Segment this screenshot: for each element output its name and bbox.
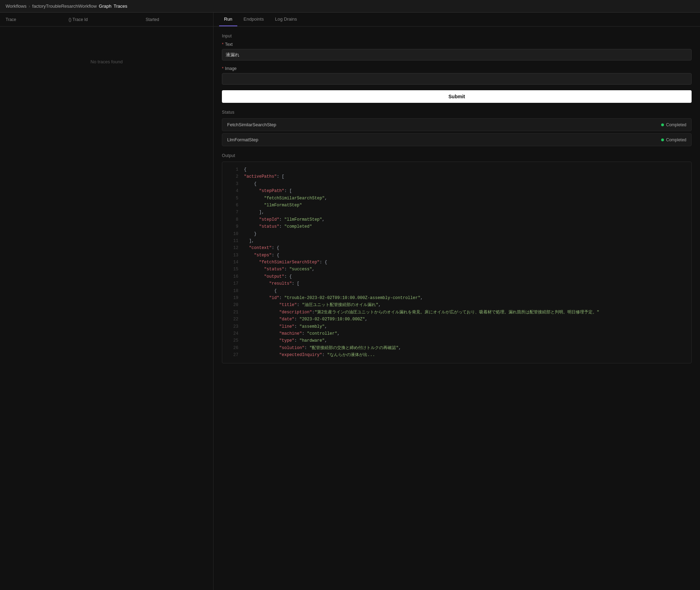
output-code-block: 1 { 2 "activePaths": [ 3 { 4 "stepPath": — [222, 162, 692, 363]
text-required-marker: * — [222, 42, 224, 47]
submit-button[interactable]: Submit — [222, 90, 692, 103]
topbar: Workflows › factoryTroubleResarchWorkflo… — [0, 0, 700, 13]
code-line: 3 { — [222, 180, 691, 187]
workflow-name[interactable]: factoryTroubleResarchWorkflow — [32, 3, 97, 9]
code-line: 21 "description":"第2生産ラインの油圧ユニットからのオイル漏れ… — [222, 309, 691, 316]
code-line: 8 "stepId": "llmFormatStep", — [222, 216, 691, 223]
traces-tab-link[interactable]: Traces — [113, 3, 127, 9]
code-line: 2 "activePaths": [ — [222, 173, 691, 180]
tab-run[interactable]: Run — [219, 13, 237, 26]
code-line: 18 { — [222, 287, 691, 294]
text-input[interactable] — [222, 49, 692, 61]
code-line: 19 "id": "trouble-2023-02-02T09:10:00.00… — [222, 294, 691, 301]
code-line: 7 ], — [222, 209, 691, 216]
left-panel: Trace () Trace Id Started No traces foun… — [0, 13, 214, 590]
code-line: 5 "fetchSimilarSearchStep", — [222, 195, 691, 202]
main-layout: Trace () Trace Id Started No traces foun… — [0, 13, 700, 590]
image-field-label: *Image — [222, 66, 692, 71]
code-line: 14 "fetchSimilarSearchStep": { — [222, 259, 691, 266]
fetch-status-dot — [661, 123, 664, 126]
code-line: 9 "status": "completed" — [222, 223, 691, 230]
code-line: 17 "results": [ — [222, 280, 691, 287]
image-input[interactable] — [222, 73, 692, 85]
llm-step-badge: Completed — [661, 137, 686, 142]
code-line: 22 "date": "2023-02-02T09:10:00.000Z", — [222, 316, 691, 323]
code-line: 25 "type": "hardware", — [222, 337, 691, 344]
right-panel: Run Endpoints Log Drains Input *Text *Im… — [214, 13, 700, 590]
code-line: 11 ], — [222, 237, 691, 244]
col-started-header: Started — [140, 13, 213, 26]
code-line: 20 "title": "油圧ユニット配管接続部のオイル漏れ", — [222, 301, 691, 308]
graph-tab-link[interactable]: Graph — [99, 3, 111, 9]
table-header: Trace () Trace Id Started — [0, 13, 213, 27]
code-line: 15 "status": "success", — [222, 266, 691, 273]
llm-status-dot — [661, 138, 664, 141]
right-content: Input *Text *Image Submit Status FetchSi… — [214, 27, 700, 590]
code-line: 1 { — [222, 166, 691, 173]
col-trace-header: Trace — [0, 13, 63, 26]
image-required-marker: * — [222, 66, 224, 71]
tabs-bar: Run Endpoints Log Drains — [214, 13, 700, 27]
workflows-link[interactable]: Workflows — [6, 3, 27, 9]
text-field-label: *Text — [222, 42, 692, 47]
status-item-llm: LlmFormatStep Completed — [222, 133, 692, 146]
tab-endpoints[interactable]: Endpoints — [239, 13, 269, 26]
code-line: 12 "context": { — [222, 244, 691, 251]
fetch-step-badge: Completed — [661, 122, 686, 127]
code-line: 10 } — [222, 230, 691, 237]
status-item-fetch: FetchSimilarSearchStep Completed — [222, 118, 692, 131]
tab-log-drains[interactable]: Log Drains — [270, 13, 302, 26]
llm-status-label: Completed — [666, 137, 686, 142]
code-line: 26 "solution": "配管接続部の交換と締め付けトルクの再確認", — [222, 344, 691, 351]
breadcrumb-separator: › — [29, 3, 30, 9]
code-line: 24 "machine": "controller", — [222, 330, 691, 337]
input-section-label: Input — [222, 34, 692, 38]
no-traces-message: No traces found — [0, 27, 213, 97]
output-section: Output 1 { 2 "activePaths": [ 3 { — [222, 153, 692, 363]
status-section-label: Status — [222, 110, 692, 115]
col-traceid-header: () Trace Id — [63, 13, 140, 26]
llm-step-name: LlmFormatStep — [227, 137, 258, 142]
code-line: 27 "expectedInquiry": "なんらかの液体が出... — [222, 351, 691, 358]
code-line: 16 "output": { — [222, 273, 691, 280]
fetch-step-name: FetchSimilarSearchStep — [227, 122, 276, 127]
fetch-status-label: Completed — [666, 122, 686, 127]
output-section-label: Output — [222, 153, 692, 158]
code-line: 23 "line": "assembly", — [222, 323, 691, 330]
code-line: 4 "stepPath": [ — [222, 187, 691, 194]
status-section: Status FetchSimilarSearchStep Completed … — [222, 110, 692, 146]
code-line: 13 "steps": { — [222, 252, 691, 259]
code-line: 6 "llmFormatStep" — [222, 202, 691, 209]
